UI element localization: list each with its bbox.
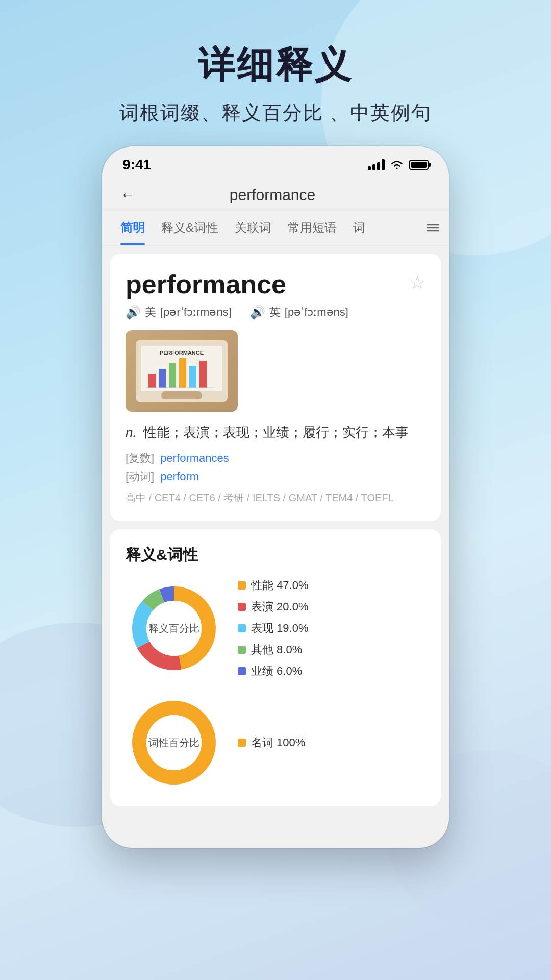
tabs-menu-icon[interactable] <box>427 223 439 232</box>
signal-icon <box>368 159 385 170</box>
svg-rect-6 <box>148 374 156 388</box>
legend-item-1: 表演 20.0% <box>238 599 309 615</box>
definition-chart-row: 释义百分比 性能 47.0% 表演 20.0% 表现 <box>126 578 425 679</box>
word-text: performance <box>126 269 286 300</box>
tab-phrases[interactable]: 常用短语 <box>280 210 345 245</box>
tab-definition[interactable]: 释义&词性 <box>153 210 227 245</box>
pos-label: n. <box>126 425 137 440</box>
donut1-label: 释义百分比 <box>148 621 199 635</box>
status-bar: 9:41 <box>102 146 449 178</box>
legend-item-2: 表现 19.0% <box>238 621 309 636</box>
svg-rect-9 <box>179 358 186 388</box>
legend-text-4: 业绩 6.0% <box>251 664 302 679</box>
page-title: 详细释义 <box>0 41 551 90</box>
donut1-legend: 性能 47.0% 表演 20.0% 表现 19.0% 其他 8.0% <box>238 578 309 679</box>
svg-text:PERFORMANCE: PERFORMANCE <box>160 350 204 356</box>
definition-text: 性能；表演；表现；业绩；履行；实行；本事 <box>143 425 409 440</box>
word-forms: [复数] performances [动词] perform <box>126 451 425 484</box>
svg-rect-13 <box>161 391 202 399</box>
legend-item-4: 业绩 6.0% <box>238 664 309 679</box>
phone-content: performance ☆ 🔊 美 [pərˈfɔːrməns] 🔊 英 [pə… <box>102 246 449 848</box>
definition-donut-chart: 释义百分比 <box>126 580 222 677</box>
phone-mockup: 9:41 <box>102 146 449 848</box>
svg-rect-11 <box>199 361 207 388</box>
nav-bar: ← performance <box>102 178 449 210</box>
word-header: performance ☆ <box>126 269 425 300</box>
performance-chart-image: PERFORMANCE <box>131 335 233 407</box>
plural-label: [复数] <box>126 451 154 466</box>
legend-dot-1 <box>238 603 246 611</box>
legend-item-3: 其他 8.0% <box>238 642 309 657</box>
legend-dot-2 <box>238 624 246 632</box>
phonetic-uk: [pəˈfɔːməns] <box>285 306 348 319</box>
donut2-label: 词性百分比 <box>148 736 199 749</box>
tab-more[interactable]: 词 <box>345 210 373 245</box>
legend-text-2: 表现 19.0% <box>251 621 309 636</box>
svg-rect-10 <box>189 366 196 388</box>
region-uk: 英 <box>269 305 281 320</box>
svg-rect-8 <box>169 363 176 388</box>
plural-value[interactable]: performances <box>160 452 229 465</box>
speaker-icon-us[interactable]: 🔊 <box>126 305 141 320</box>
nav-title: performance <box>145 186 400 204</box>
pos-chart-row: 词性百分比 名词 100% <box>126 694 425 791</box>
phone-mockup-container: 9:41 <box>0 146 551 848</box>
donut2-legend: 名词 100% <box>238 735 305 750</box>
region-us: 美 <box>145 305 156 320</box>
page-header: 详细释义 词根词缀、释义百分比 、中英例句 <box>0 0 551 146</box>
phonetic-us: [pərˈfɔːrməns] <box>160 306 232 319</box>
svg-rect-7 <box>159 369 166 388</box>
definition-section-card: 释义&词性 <box>110 529 441 806</box>
pronunciation-row: 🔊 美 [pərˈfɔːrməns] 🔊 英 [pəˈfɔːməns] <box>126 305 425 320</box>
plural-form-row: [复数] performances <box>126 451 425 466</box>
pos-donut-chart: 词性百分比 <box>126 694 222 791</box>
legend-dot-4 <box>238 667 246 675</box>
speaker-icon-uk[interactable]: 🔊 <box>250 305 265 320</box>
back-button[interactable]: ← <box>120 187 135 203</box>
legend-dot-0 <box>238 581 246 590</box>
legend-text-0: 性能 47.0% <box>251 578 309 593</box>
status-icons <box>368 159 429 170</box>
legend-text-1: 表演 20.0% <box>251 599 309 615</box>
verb-label: [动词] <box>126 469 154 484</box>
pronunciation-uk: 🔊 英 [pəˈfɔːməns] <box>250 305 348 320</box>
pos-legend-item-0: 名词 100% <box>238 735 305 750</box>
word-levels: 高中 / CET4 / CET6 / 考研 / IELTS / GMAT / T… <box>126 489 425 506</box>
page-subtitle: 词根词缀、释义百分比 、中英例句 <box>0 100 551 126</box>
tabs-bar: 简明 释义&词性 关联词 常用短语 词 <box>102 210 449 246</box>
legend-text-3: 其他 8.0% <box>251 642 302 657</box>
status-time: 9:41 <box>122 157 151 173</box>
tab-simple[interactable]: 简明 <box>112 210 153 245</box>
battery-fill <box>411 162 427 168</box>
verb-value[interactable]: perform <box>160 470 199 483</box>
word-card: performance ☆ 🔊 美 [pərˈfɔːrməns] 🔊 英 [pə… <box>110 254 441 521</box>
verb-form-row: [动词] perform <box>126 469 425 484</box>
pos-legend-text-0: 名词 100% <box>251 735 305 750</box>
word-definition: n. 性能；表演；表现；业绩；履行；实行；本事 <box>126 422 425 444</box>
tab-related[interactable]: 关联词 <box>227 210 280 245</box>
wifi-icon <box>390 159 404 170</box>
word-image: PERFORMANCE <box>126 330 238 412</box>
favorite-icon[interactable]: ☆ <box>409 272 425 293</box>
battery-icon <box>409 160 429 170</box>
legend-dot-3 <box>238 646 246 654</box>
pronunciation-us: 🔊 美 [pərˈfɔːrməns] <box>126 305 232 320</box>
definition-section-title: 释义&词性 <box>126 545 425 566</box>
legend-item-0: 性能 47.0% <box>238 578 309 593</box>
pos-legend-dot-0 <box>238 739 246 747</box>
